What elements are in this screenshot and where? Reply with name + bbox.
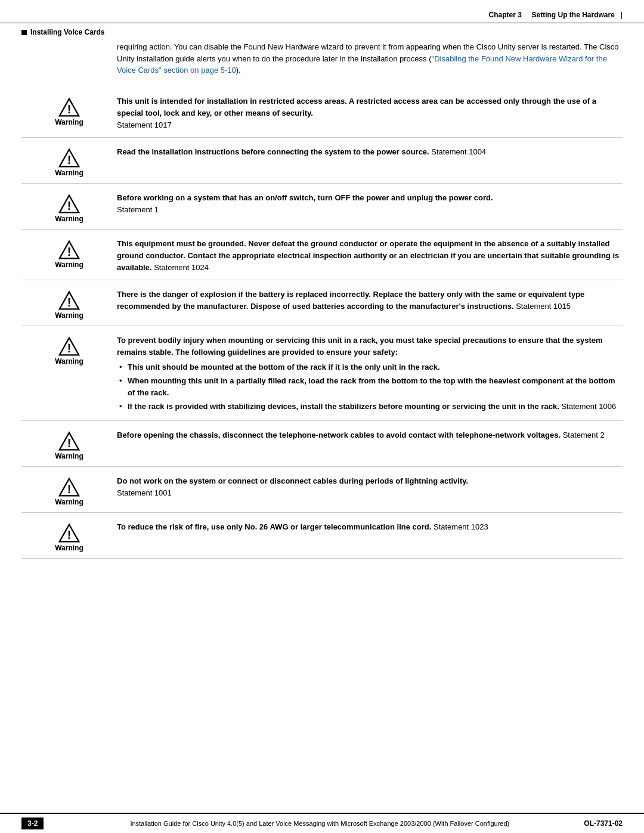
warning-triangle-icon: ! [58, 290, 80, 311]
warning-text-1: This unit is intended for installation i… [117, 95, 623, 131]
svg-text:!: ! [67, 245, 72, 258]
warning-label-3: Warning [55, 215, 83, 223]
warning-left-1: ! Warning [21, 95, 117, 126]
chapter-title: Setting Up the Hardware [532, 11, 615, 19]
warning-label-5: Warning [55, 311, 83, 320]
warning-content-5: There is the danger of explosion if the … [117, 289, 623, 312]
warning-left-5: ! Warning [21, 289, 117, 320]
chapter-label: Chapter 3 [488, 11, 521, 19]
warning-statement-4: Statement 1024 [152, 263, 209, 272]
warning-triangle-icon: ! [58, 336, 80, 357]
svg-text:!: ! [67, 342, 72, 355]
svg-text:!: ! [67, 482, 72, 496]
warning-left-7: ! Warning [21, 429, 117, 460]
svg-text:!: ! [67, 436, 72, 450]
svg-text:!: ! [67, 153, 72, 166]
warning-bullet-list-6: This unit should be mounted at the botto… [117, 361, 623, 413]
warning-content-8: Do not work on the system or connect or … [117, 475, 623, 487]
footer-page-number: 3-2 [21, 817, 44, 829]
warning-triangle-icon: ! [58, 522, 80, 544]
warning-statement-7: Statement 2 [561, 431, 605, 439]
footer-doc-number: OL-7371-02 [584, 819, 623, 828]
warnings-container: ! WarningThis unit is intended for insta… [21, 87, 623, 559]
warning-statement-line-3: Statement 1 [117, 204, 623, 216]
warning-label-7: Warning [55, 452, 83, 460]
svg-text:!: ! [67, 296, 72, 309]
warning-bullet-item-6-1: When mounting this unit in a partially f… [117, 375, 623, 399]
warning-left-3: ! Warning [21, 192, 117, 223]
warning-row-6: ! WarningTo prevent bodily injury when m… [21, 326, 623, 421]
main-content: requiring action. You can disable the Fo… [0, 41, 644, 594]
warning-left-8: ! Warning [21, 475, 117, 506]
warning-row-4: ! WarningThis equipment must be grounded… [21, 230, 623, 280]
warning-row-3: ! WarningBefore working on a system that… [21, 184, 623, 230]
subheader-title: Installing Voice Cards [30, 28, 104, 36]
warning-row-2: ! WarningRead the installation instructi… [21, 138, 623, 184]
warning-statement-9: Statement 1023 [431, 522, 488, 531]
subheader-square-icon [21, 30, 27, 35]
warning-content-3: Before working on a system that has an o… [117, 192, 623, 204]
warning-triangle-icon: ! [58, 147, 80, 169]
warning-label-8: Warning [55, 498, 83, 506]
warning-label-2: Warning [55, 169, 83, 177]
warning-label-9: Warning [55, 544, 83, 552]
warning-extra-line-8: Statement 1001 [117, 487, 623, 499]
intro-paragraph: requiring action. You can disable the Fo… [117, 41, 623, 76]
warning-text-3: Before working on a system that has an o… [117, 192, 623, 216]
warning-triangle-icon: ! [58, 97, 80, 118]
warning-label-6: Warning [55, 357, 83, 366]
warning-row-8: ! WarningDo not work on the system or co… [21, 467, 623, 513]
footer-guide-title: Installation Guide for Cisco Unity 4.0(5… [55, 820, 584, 827]
warning-left-9: ! Warning [21, 521, 117, 552]
warning-text-9: To reduce the risk of fire, use only No.… [117, 521, 623, 533]
warning-left-6: ! Warning [21, 335, 117, 366]
warning-text-2: Read the installation instructions befor… [117, 146, 623, 158]
warning-text-8: Do not work on the system or connect or … [117, 475, 623, 499]
warning-intro-bold-6: To prevent bodily injury when mounting o… [117, 335, 623, 358]
warning-triangle-icon: ! [58, 239, 80, 261]
warning-statement-line-1: Statement 1017 [117, 119, 623, 131]
svg-text:!: ! [67, 102, 72, 115]
page-subheader: Installing Voice Cards [0, 26, 644, 41]
warning-label-4: Warning [55, 261, 83, 269]
warning-text-6: To prevent bodily injury when mounting o… [117, 335, 623, 414]
warning-row-9: ! WarningTo reduce the risk of fire, use… [21, 513, 623, 559]
warning-left-2: ! Warning [21, 146, 117, 177]
header-chapter: Chapter 3 Setting Up the Hardware | [488, 11, 623, 19]
warning-row-7: ! WarningBefore opening the chassis, dis… [21, 421, 623, 467]
warning-bullet-item-6-2: If the rack is provided with stabilizing… [117, 401, 623, 413]
intro-text2: ). [236, 66, 241, 75]
svg-text:!: ! [67, 199, 72, 212]
warning-bullet-item-6-0: This unit should be mounted at the botto… [117, 361, 623, 373]
warning-content-9: To reduce the risk of fire, use only No.… [117, 521, 623, 533]
page-footer: 3-2 Installation Guide for Cisco Unity 4… [0, 813, 644, 833]
svg-text:!: ! [67, 528, 72, 541]
warning-text-5: There is the danger of explosion if the … [117, 289, 623, 312]
page-header: Chapter 3 Setting Up the Hardware | [0, 0, 644, 23]
warning-row-5: ! WarningThere is the danger of explosio… [21, 280, 623, 326]
warning-left-4: ! Warning [21, 238, 117, 269]
warning-content-7: Before opening the chassis, disconnect t… [117, 429, 623, 441]
warning-statement-5: Statement 1015 [514, 302, 571, 311]
warning-content-4: This equipment must be grounded. Never d… [117, 238, 623, 274]
warning-triangle-icon: ! [58, 476, 80, 498]
warning-content-2: Read the installation instructions befor… [117, 146, 623, 158]
warning-text-4: This equipment must be grounded. Never d… [117, 238, 623, 274]
warning-statement-2: Statement 1004 [429, 147, 486, 156]
warning-triangle-icon: ! [58, 193, 80, 215]
page-container: Chapter 3 Setting Up the Hardware | Inst… [0, 0, 644, 833]
warning-content-1: This unit is intended for installation i… [117, 95, 623, 119]
warning-row-1: ! WarningThis unit is intended for insta… [21, 87, 623, 138]
warning-label-1: Warning [55, 118, 83, 126]
warning-triangle-icon: ! [58, 431, 80, 452]
warning-text-7: Before opening the chassis, disconnect t… [117, 429, 623, 441]
